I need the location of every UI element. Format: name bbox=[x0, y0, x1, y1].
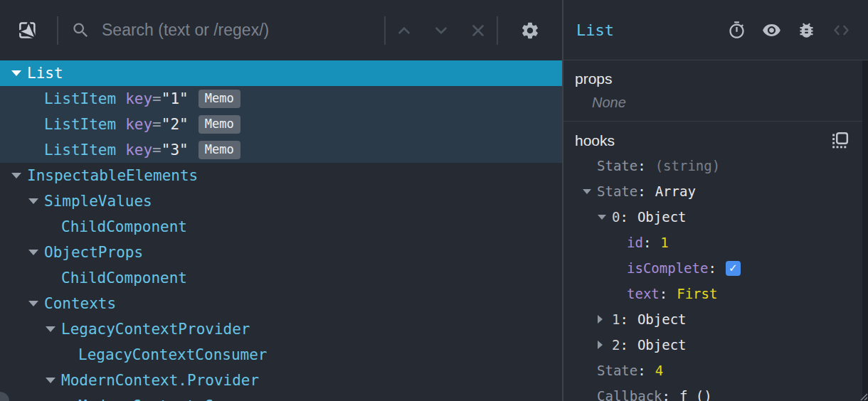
expander-down-icon[interactable] bbox=[598, 215, 612, 220]
component-name: ChildComponent bbox=[61, 218, 187, 235]
settings-button[interactable] bbox=[514, 16, 546, 46]
expander-right-icon[interactable] bbox=[598, 315, 612, 324]
colon: : bbox=[620, 209, 628, 225]
editable-value[interactable]: First bbox=[677, 286, 717, 301]
props-empty-value: None bbox=[592, 95, 868, 111]
key-attribute-value: "2" bbox=[162, 116, 189, 133]
check-icon: ✓ bbox=[729, 262, 738, 274]
chevron-down-icon bbox=[432, 21, 450, 40]
array-index: 0 bbox=[612, 209, 620, 225]
tree-toolbar bbox=[0, 0, 562, 60]
tree-row-moderncontextprovider[interactable]: ModernContext.Provider bbox=[0, 368, 562, 393]
hook-row-state-number[interactable]: State: 4 bbox=[563, 358, 868, 383]
equals-sign: = bbox=[152, 141, 162, 159]
tree-row-simplevalues[interactable]: SimpleValues bbox=[0, 188, 562, 214]
expander-down-icon[interactable] bbox=[28, 250, 44, 255]
colon: : bbox=[637, 183, 645, 199]
key-attribute-value: "3" bbox=[162, 141, 189, 159]
key-attribute-name: key bbox=[125, 141, 152, 159]
hook-row-text[interactable]: text: First bbox=[563, 281, 868, 306]
resize-grip-icon[interactable] bbox=[859, 392, 867, 400]
element-picker-icon bbox=[17, 20, 38, 41]
checkbox-checked[interactable]: ✓ bbox=[726, 261, 741, 276]
tree-row-moderncontextconsumer[interactable]: ModernContext.Consumer bbox=[0, 393, 562, 401]
hook-row-array-item-2[interactable]: 2: Object bbox=[563, 332, 868, 358]
expander-down-icon[interactable] bbox=[46, 378, 61, 383]
chevron-up-icon bbox=[395, 21, 413, 40]
expander-down-icon[interactable] bbox=[28, 301, 44, 306]
hook-value: Object bbox=[637, 311, 687, 327]
expander-right-icon[interactable] bbox=[598, 341, 612, 349]
component-name: LegacyContextProvider bbox=[61, 321, 250, 338]
selected-component-title: List bbox=[576, 21, 727, 39]
hook-row-state-array[interactable]: State: Array bbox=[563, 178, 868, 204]
colon: : bbox=[637, 363, 645, 378]
tree-row-inspectableelements[interactable]: InspectableElements bbox=[0, 163, 562, 188]
hook-row-array-item-1[interactable]: 1: Object bbox=[563, 306, 868, 332]
parse-hook-names-button[interactable] bbox=[830, 131, 850, 150]
tree-row-list[interactable]: List bbox=[0, 60, 562, 86]
hook-row-array-item-0[interactable]: 0: Object bbox=[563, 204, 868, 230]
tree-row-listitem-1[interactable]: ListItem key="1" Memo bbox=[0, 86, 562, 112]
hook-name: State bbox=[597, 158, 637, 173]
colon: : bbox=[662, 388, 670, 401]
inspect-dom-button[interactable] bbox=[762, 21, 781, 40]
memo-badge: Memo bbox=[199, 90, 240, 107]
search-icon bbox=[71, 21, 90, 40]
expander-down-icon[interactable] bbox=[46, 326, 61, 332]
props-section-title: props bbox=[575, 70, 868, 87]
bug-icon bbox=[797, 21, 816, 40]
tree-row-childcomponent-1[interactable]: ChildComponent bbox=[0, 214, 562, 240]
colon: : bbox=[643, 235, 651, 250]
component-name: ObjectProps bbox=[44, 244, 143, 261]
suspend-toggle-button[interactable] bbox=[727, 21, 746, 40]
dashed-square-icon bbox=[830, 131, 850, 150]
close-icon bbox=[469, 21, 487, 40]
tree-row-legacycontextconsumer[interactable]: LegacyContextConsumer bbox=[0, 342, 562, 368]
next-result-button[interactable] bbox=[423, 16, 460, 46]
clear-search-button[interactable] bbox=[460, 16, 497, 46]
tree-row-childcomponent-2[interactable]: ChildComponent bbox=[0, 265, 562, 291]
hook-row-state-string: State: (string) bbox=[563, 153, 868, 178]
component-name: ListItem bbox=[44, 90, 116, 107]
expander-down-icon[interactable] bbox=[28, 198, 44, 204]
hook-value: Array bbox=[655, 183, 696, 199]
log-to-console-button[interactable] bbox=[797, 21, 816, 40]
expander-down-icon[interactable] bbox=[11, 70, 27, 76]
component-name: ListItem bbox=[44, 141, 116, 159]
object-key: id bbox=[627, 235, 643, 250]
code-brackets-icon bbox=[832, 21, 851, 40]
scrollbar-track[interactable] bbox=[862, 60, 868, 401]
hooks-list: State: (string) State: Array 0: Object i… bbox=[563, 153, 868, 401]
component-name: LegacyContextConsumer bbox=[78, 346, 268, 363]
editable-value[interactable]: 1 bbox=[660, 235, 668, 250]
equals-sign: = bbox=[152, 116, 162, 133]
expander-down-icon[interactable] bbox=[583, 189, 597, 194]
array-index: 2 bbox=[612, 337, 620, 353]
tree-row-objectprops[interactable]: ObjectProps bbox=[0, 240, 562, 265]
hook-value: Object bbox=[637, 337, 687, 353]
component-name: InspectableElements bbox=[27, 167, 198, 184]
object-key: isComplete bbox=[627, 260, 708, 276]
toolbar-divider bbox=[57, 16, 58, 45]
tree-row-contexts[interactable]: Contexts bbox=[0, 291, 562, 316]
previous-result-button[interactable] bbox=[386, 16, 423, 46]
hooks-section-title: hooks bbox=[575, 132, 830, 149]
colon: : bbox=[637, 158, 645, 173]
colon: : bbox=[708, 260, 716, 276]
hook-row-iscomplete[interactable]: isComplete: ✓ bbox=[563, 255, 868, 281]
expander-down-icon[interactable] bbox=[11, 173, 27, 178]
tree-row-listitem-3[interactable]: ListItem key="3" Memo bbox=[0, 137, 562, 163]
inspect-element-button[interactable] bbox=[17, 20, 38, 41]
hook-row-callback: Callback: ƒ () bbox=[563, 383, 868, 401]
tree-row-legacycontextprovider[interactable]: LegacyContextProvider bbox=[0, 316, 562, 342]
hook-row-id[interactable]: id: 1 bbox=[563, 230, 868, 255]
editable-value[interactable]: 4 bbox=[655, 363, 663, 378]
colon: : bbox=[660, 286, 667, 301]
memo-badge: Memo bbox=[199, 141, 240, 159]
search-input[interactable] bbox=[102, 21, 384, 40]
tree-row-listitem-2[interactable]: ListItem key="2" Memo bbox=[0, 112, 562, 137]
key-attribute-name: key bbox=[125, 116, 152, 133]
view-source-button[interactable] bbox=[832, 21, 851, 40]
hook-value: ƒ () bbox=[679, 388, 712, 401]
